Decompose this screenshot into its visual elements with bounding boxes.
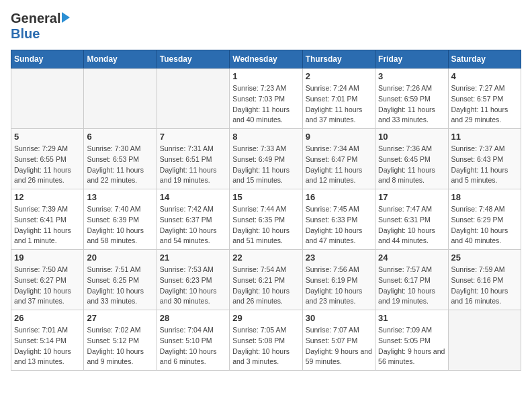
day-info: Sunrise: 7:50 AMSunset: 6:27 PMDaylight:… xyxy=(14,265,81,307)
calendar-cell: 29Sunrise: 7:05 AMSunset: 5:08 PMDayligh… xyxy=(230,310,302,371)
calendar-cell: 12Sunrise: 7:39 AMSunset: 6:41 PMDayligh… xyxy=(11,189,84,250)
calendar-cell: 20Sunrise: 7:51 AMSunset: 6:25 PMDayligh… xyxy=(84,250,157,310)
calendar-table: SundayMondayTuesdayWednesdayThursdayFrid… xyxy=(11,50,521,371)
day-number: 5 xyxy=(14,132,81,142)
day-number: 20 xyxy=(87,253,153,263)
calendar-cell: 14Sunrise: 7:42 AMSunset: 6:37 PMDayligh… xyxy=(157,189,229,250)
calendar-header-row: SundayMondayTuesdayWednesdayThursdayFrid… xyxy=(11,50,521,68)
day-info: Sunrise: 7:44 AMSunset: 6:35 PMDaylight:… xyxy=(232,204,299,246)
day-number: 1 xyxy=(232,71,299,81)
day-info: Sunrise: 7:40 AMSunset: 6:39 PMDaylight:… xyxy=(87,204,153,246)
calendar-cell: 30Sunrise: 7:07 AMSunset: 5:07 PMDayligh… xyxy=(302,310,375,371)
day-info: Sunrise: 7:57 AMSunset: 6:17 PMDaylight:… xyxy=(378,265,445,307)
weekday-header: Saturday xyxy=(448,50,521,68)
weekday-header: Monday xyxy=(84,50,157,68)
day-info: Sunrise: 7:59 AMSunset: 6:16 PMDaylight:… xyxy=(451,265,518,307)
calendar-cell xyxy=(84,68,157,129)
day-number: 26 xyxy=(14,313,81,323)
calendar-cell: 9Sunrise: 7:34 AMSunset: 6:47 PMDaylight… xyxy=(302,129,375,189)
day-number: 18 xyxy=(451,192,518,202)
day-info: Sunrise: 7:30 AMSunset: 6:53 PMDaylight:… xyxy=(87,144,153,186)
calendar-cell xyxy=(157,68,229,129)
day-info: Sunrise: 7:54 AMSunset: 6:21 PMDaylight:… xyxy=(232,265,299,307)
weekday-header: Friday xyxy=(375,50,448,68)
calendar-cell: 22Sunrise: 7:54 AMSunset: 6:21 PMDayligh… xyxy=(230,250,302,310)
day-info: Sunrise: 7:56 AMSunset: 6:19 PMDaylight:… xyxy=(306,265,372,307)
day-number: 17 xyxy=(378,192,445,202)
logo-arrow-icon xyxy=(62,12,70,23)
day-number: 23 xyxy=(306,253,372,263)
day-number: 28 xyxy=(160,313,226,323)
day-number: 11 xyxy=(451,132,518,142)
calendar-cell xyxy=(448,310,521,371)
calendar-cell: 19Sunrise: 7:50 AMSunset: 6:27 PMDayligh… xyxy=(11,250,84,310)
calendar-cell: 28Sunrise: 7:04 AMSunset: 5:10 PMDayligh… xyxy=(157,310,229,371)
calendar-cell: 5Sunrise: 7:29 AMSunset: 6:55 PMDaylight… xyxy=(11,129,84,189)
calendar-cell xyxy=(11,68,84,129)
day-number: 27 xyxy=(87,313,153,323)
day-info: Sunrise: 7:47 AMSunset: 6:31 PMDaylight:… xyxy=(378,204,445,246)
day-info: Sunrise: 7:31 AMSunset: 6:51 PMDaylight:… xyxy=(160,144,226,186)
weekday-header: Wednesday xyxy=(230,50,302,68)
logo: General Blue xyxy=(11,11,70,42)
calendar-cell: 8Sunrise: 7:33 AMSunset: 6:49 PMDaylight… xyxy=(230,129,302,189)
calendar-cell: 2Sunrise: 7:24 AMSunset: 7:01 PMDaylight… xyxy=(302,68,375,129)
day-info: Sunrise: 7:29 AMSunset: 6:55 PMDaylight:… xyxy=(14,144,81,186)
calendar-cell: 18Sunrise: 7:48 AMSunset: 6:29 PMDayligh… xyxy=(448,189,521,250)
calendar-week-row: 5Sunrise: 7:29 AMSunset: 6:55 PMDaylight… xyxy=(11,129,521,189)
calendar-cell: 1Sunrise: 7:23 AMSunset: 7:03 PMDaylight… xyxy=(230,68,302,129)
calendar-cell: 7Sunrise: 7:31 AMSunset: 6:51 PMDaylight… xyxy=(157,129,229,189)
day-number: 21 xyxy=(160,253,226,263)
calendar-cell: 15Sunrise: 7:44 AMSunset: 6:35 PMDayligh… xyxy=(230,189,302,250)
day-number: 12 xyxy=(14,192,81,202)
day-info: Sunrise: 7:51 AMSunset: 6:25 PMDaylight:… xyxy=(87,265,153,307)
day-number: 3 xyxy=(378,71,445,81)
page-header: General Blue xyxy=(11,11,521,42)
day-info: Sunrise: 7:26 AMSunset: 6:59 PMDaylight:… xyxy=(378,83,445,126)
day-info: Sunrise: 7:37 AMSunset: 6:43 PMDaylight:… xyxy=(451,144,518,186)
day-info: Sunrise: 7:27 AMSunset: 6:57 PMDaylight:… xyxy=(451,83,518,126)
day-info: Sunrise: 7:09 AMSunset: 5:05 PMDaylight:… xyxy=(378,325,445,367)
day-number: 7 xyxy=(160,132,226,142)
day-number: 16 xyxy=(306,192,372,202)
day-info: Sunrise: 7:48 AMSunset: 6:29 PMDaylight:… xyxy=(451,204,518,246)
day-number: 15 xyxy=(232,192,299,202)
calendar-week-row: 26Sunrise: 7:01 AMSunset: 5:14 PMDayligh… xyxy=(11,310,521,371)
calendar-cell: 23Sunrise: 7:56 AMSunset: 6:19 PMDayligh… xyxy=(302,250,375,310)
day-number: 31 xyxy=(378,313,445,323)
day-number: 14 xyxy=(160,192,226,202)
calendar-cell: 11Sunrise: 7:37 AMSunset: 6:43 PMDayligh… xyxy=(448,129,521,189)
day-info: Sunrise: 7:05 AMSunset: 5:08 PMDaylight:… xyxy=(232,325,299,367)
day-info: Sunrise: 7:02 AMSunset: 5:12 PMDaylight:… xyxy=(87,325,153,367)
day-info: Sunrise: 7:34 AMSunset: 6:47 PMDaylight:… xyxy=(306,144,372,186)
calendar-cell: 3Sunrise: 7:26 AMSunset: 6:59 PMDaylight… xyxy=(375,68,448,129)
day-info: Sunrise: 7:24 AMSunset: 7:01 PMDaylight:… xyxy=(306,83,372,126)
logo-general: General xyxy=(11,11,60,26)
calendar-week-row: 12Sunrise: 7:39 AMSunset: 6:41 PMDayligh… xyxy=(11,189,521,250)
weekday-header: Sunday xyxy=(11,50,84,68)
day-info: Sunrise: 7:04 AMSunset: 5:10 PMDaylight:… xyxy=(160,325,226,367)
weekday-header: Thursday xyxy=(302,50,375,68)
day-info: Sunrise: 7:23 AMSunset: 7:03 PMDaylight:… xyxy=(232,83,299,126)
calendar-cell: 21Sunrise: 7:53 AMSunset: 6:23 PMDayligh… xyxy=(157,250,229,310)
day-info: Sunrise: 7:53 AMSunset: 6:23 PMDaylight:… xyxy=(160,265,226,307)
day-info: Sunrise: 7:33 AMSunset: 6:49 PMDaylight:… xyxy=(232,144,299,186)
day-info: Sunrise: 7:42 AMSunset: 6:37 PMDaylight:… xyxy=(160,204,226,246)
calendar-cell: 17Sunrise: 7:47 AMSunset: 6:31 PMDayligh… xyxy=(375,189,448,250)
day-number: 6 xyxy=(87,132,153,142)
calendar-cell: 26Sunrise: 7:01 AMSunset: 5:14 PMDayligh… xyxy=(11,310,84,371)
day-number: 4 xyxy=(451,71,518,81)
calendar-cell: 13Sunrise: 7:40 AMSunset: 6:39 PMDayligh… xyxy=(84,189,157,250)
day-info: Sunrise: 7:01 AMSunset: 5:14 PMDaylight:… xyxy=(14,325,81,367)
day-number: 24 xyxy=(378,253,445,263)
calendar-cell: 16Sunrise: 7:45 AMSunset: 6:33 PMDayligh… xyxy=(302,189,375,250)
day-info: Sunrise: 7:36 AMSunset: 6:45 PMDaylight:… xyxy=(378,144,445,186)
weekday-header: Tuesday xyxy=(157,50,229,68)
calendar-cell: 4Sunrise: 7:27 AMSunset: 6:57 PMDaylight… xyxy=(448,68,521,129)
calendar-cell: 6Sunrise: 7:30 AMSunset: 6:53 PMDaylight… xyxy=(84,129,157,189)
day-info: Sunrise: 7:39 AMSunset: 6:41 PMDaylight:… xyxy=(14,204,81,246)
day-number: 10 xyxy=(378,132,445,142)
day-number: 30 xyxy=(306,313,372,323)
day-number: 8 xyxy=(232,132,299,142)
calendar-cell: 24Sunrise: 7:57 AMSunset: 6:17 PMDayligh… xyxy=(375,250,448,310)
